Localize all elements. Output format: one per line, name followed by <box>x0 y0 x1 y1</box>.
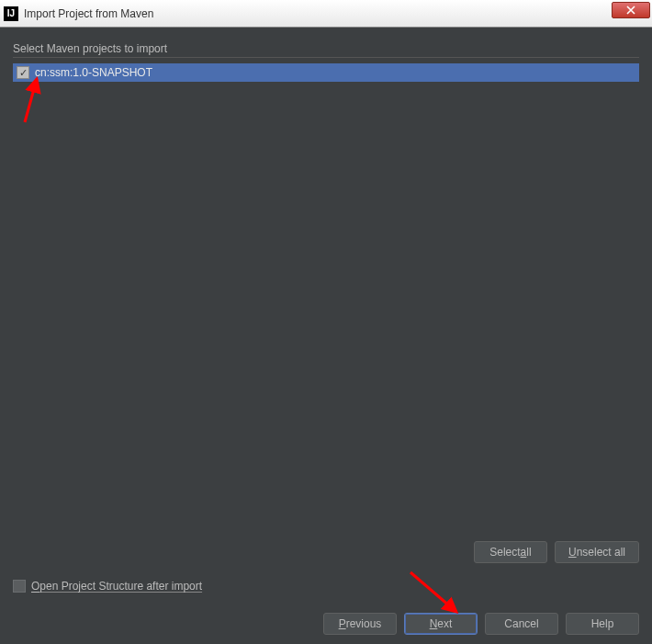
project-label: cn:ssm:1.0-SNAPSHOT <box>35 66 152 79</box>
open-structure-label: Open Project Structure after import <box>31 580 202 593</box>
open-structure-checkbox-box[interactable]: ✓ <box>13 580 26 593</box>
app-icon: IJ <box>4 6 18 21</box>
open-project-structure-checkbox[interactable]: ✓ Open Project Structure after import <box>13 580 639 593</box>
unselect-all-button[interactable]: Unselect all <box>555 541 639 563</box>
dialog-content: Select Maven projects to import ✓ cn:ssm… <box>0 28 652 644</box>
select-all-button[interactable]: Select all <box>474 541 547 563</box>
selection-buttons: Select all Unselect all <box>13 541 639 563</box>
project-checkbox[interactable]: ✓ <box>17 66 29 79</box>
next-button[interactable]: Next <box>404 613 478 635</box>
window-close-button[interactable] <box>612 2 650 18</box>
help-button[interactable]: Help <box>566 613 639 635</box>
titlebar: IJ Import Project from Maven <box>0 0 652 28</box>
divider <box>13 57 639 58</box>
previous-button[interactable]: Previous <box>323 613 397 635</box>
wizard-buttons: Previous Next Cancel Help <box>13 613 639 635</box>
project-row[interactable]: ✓ cn:ssm:1.0-SNAPSHOT <box>13 63 639 82</box>
project-list: ✓ cn:ssm:1.0-SNAPSHOT <box>13 63 639 530</box>
section-label: Select Maven projects to import <box>13 42 639 55</box>
cancel-button[interactable]: Cancel <box>485 613 558 635</box>
window-title: Import Project from Maven <box>24 7 153 20</box>
close-icon <box>626 6 635 15</box>
